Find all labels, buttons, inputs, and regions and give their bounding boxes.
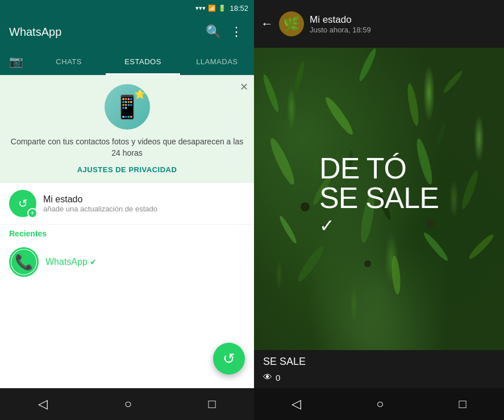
right-avatar-image: 🌿	[283, 16, 300, 32]
svg-point-15	[467, 232, 496, 261]
promo-close-button[interactable]: ✕	[240, 81, 248, 93]
svg-point-20	[364, 260, 371, 267]
svg-point-14	[390, 256, 402, 295]
status-bar-icons: ▾▾▾ 📶 🔋	[195, 5, 226, 12]
svg-point-2	[323, 95, 356, 138]
menu-icon[interactable]: ⋮	[228, 22, 245, 41]
svg-point-3	[357, 48, 378, 83]
tab-estados[interactable]: ESTADOS	[106, 48, 180, 75]
verified-icon: ✔	[90, 257, 97, 267]
signal-icon: ▾▾▾	[195, 5, 206, 12]
app-header: WhatsApp 🔍 ⋮	[0, 16, 254, 48]
my-status-row[interactable]: ↺ + Mi estado añade una actualización de…	[0, 183, 254, 224]
views-count: 0	[276, 373, 280, 382]
story-views: 👁 0	[263, 372, 495, 382]
tab-chats[interactable]: CHATS	[32, 48, 106, 75]
svg-point-13	[295, 243, 327, 284]
whatsapp-status-item[interactable]: 📞 WhatsApp ✔	[0, 240, 254, 284]
add-status-icon: +	[27, 208, 38, 218]
svg-point-19	[301, 202, 310, 211]
right-panel: ← 🌿 Mi estado Justo ahora, 18:59	[254, 0, 504, 420]
svg-point-9	[459, 169, 481, 210]
right-header-info: Mi estado Justo ahora, 18:59	[310, 14, 497, 34]
my-status-subtitle: añade una actualización de estado	[43, 205, 245, 213]
my-status-name: Mi estado	[43, 194, 245, 205]
right-header-name: Mi estado	[310, 14, 497, 26]
status-bar-time: 18:52	[230, 4, 248, 13]
svg-point-10	[278, 214, 299, 244]
svg-point-5	[441, 69, 464, 95]
right-bottom-nav: ◁ ○ □	[254, 388, 504, 420]
privacy-settings-link[interactable]: AJUSTES DE PRIVACIDAD	[77, 165, 177, 174]
right-recent-nav-button[interactable]: □	[459, 397, 466, 411]
left-panel-body: ✕ 📱 ⭐ Comparte con tus contactos fotos y…	[0, 75, 254, 420]
refresh-icon: ↺	[18, 197, 28, 210]
story-bottom: SE SALE 👁 0	[254, 350, 504, 388]
whatsapp-avatar-ring: 📞	[9, 247, 39, 277]
promo-star-icon: ⭐	[134, 89, 145, 99]
right-avatar: 🌿	[279, 11, 304, 36]
fab-button[interactable]: ↺	[213, 343, 245, 375]
views-eye-icon: 👁	[263, 372, 272, 382]
right-home-nav-button[interactable]: ○	[376, 397, 384, 411]
story-caption: SE SALE	[263, 356, 495, 368]
tab-bar: 📷 CHATS ESTADOS LLAMADAS	[0, 48, 254, 75]
story-text-overlay: DE TÓ SE SALE ✓	[319, 153, 439, 236]
promo-banner: ✕ 📱 ⭐ Comparte con tus contactos fotos y…	[0, 75, 254, 183]
camera-icon: 📷	[9, 55, 23, 68]
my-status-avatar: ↺ +	[9, 190, 36, 217]
promo-text: Comparte con tus contactos fotos y video…	[9, 136, 245, 159]
story-background: DE TÓ SE SALE ✓	[254, 48, 504, 350]
tab-llamadas[interactable]: LLAMADAS	[180, 48, 254, 75]
right-header: ← 🌿 Mi estado Justo ahora, 18:59	[254, 0, 504, 48]
app-title: WhatsApp	[9, 26, 199, 39]
svg-point-4	[406, 82, 421, 126]
left-panel: ▾▾▾ 📶 🔋 18:52 WhatsApp 🔍 ⋮ 📷 CHATS ESTAD…	[0, 0, 254, 420]
svg-point-0	[261, 73, 281, 113]
battery-icon: 🔋	[218, 5, 226, 12]
whatsapp-logo: 📞	[15, 253, 33, 271]
home-button[interactable]: ○	[124, 397, 132, 411]
back-button[interactable]: ◁	[38, 397, 48, 411]
promo-image: 📱 ⭐	[105, 84, 150, 130]
whatsapp-name: WhatsApp ✔	[45, 257, 97, 267]
left-bottom-nav: ◁ ○ □	[0, 388, 254, 420]
svg-point-1	[293, 60, 306, 93]
recent-button[interactable]: □	[208, 397, 215, 411]
wifi-icon: 📶	[208, 5, 216, 12]
search-icon[interactable]: 🔍	[203, 22, 223, 41]
right-back-nav-button[interactable]: ◁	[291, 397, 301, 411]
whatsapp-avatar: 📞	[11, 249, 36, 275]
camera-tab[interactable]: 📷	[0, 48, 32, 75]
story-area: DE TÓ SE SALE ✓	[254, 48, 504, 350]
right-back-button[interactable]: ←	[261, 16, 273, 31]
right-header-time: Justo ahora, 18:59	[310, 26, 497, 34]
story-text-line1: DE TÓ	[319, 153, 439, 183]
my-status-info: Mi estado añade una actualización de est…	[43, 194, 245, 213]
svg-point-18	[435, 120, 447, 145]
fab-icon: ↺	[223, 350, 235, 368]
status-bar: ▾▾▾ 📶 🔋 18:52	[0, 0, 254, 16]
recientes-label: Recientes	[0, 224, 254, 240]
story-text-line2: SE SALE	[319, 183, 439, 213]
story-checkmark: ✓	[319, 215, 439, 236]
svg-point-6	[267, 136, 298, 186]
